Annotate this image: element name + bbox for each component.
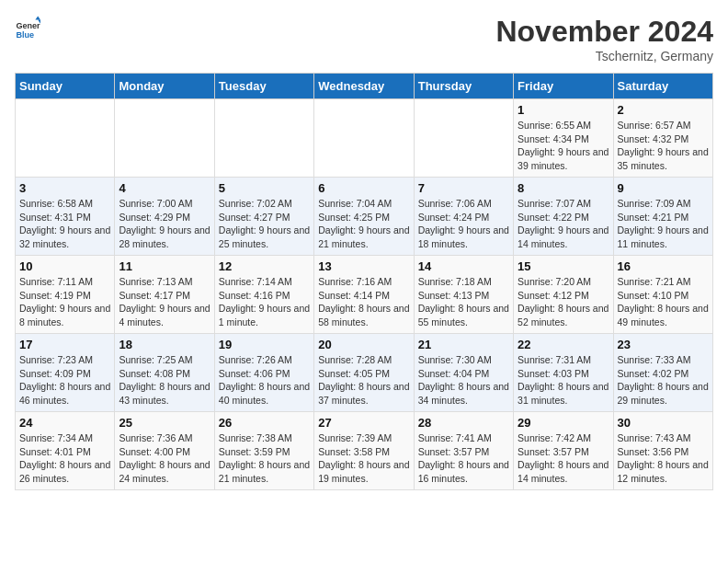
calendar-cell: 18Sunrise: 7:25 AM Sunset: 4:08 PM Dayli… — [115, 334, 214, 412]
calendar-cell: 19Sunrise: 7:26 AM Sunset: 4:06 PM Dayli… — [214, 334, 313, 412]
day-info: Sunrise: 7:28 AM Sunset: 4:05 PM Dayligh… — [318, 353, 409, 408]
day-info: Sunrise: 7:06 AM Sunset: 4:24 PM Dayligh… — [418, 197, 509, 251]
day-number: 14 — [418, 259, 509, 273]
calendar-cell: 13Sunrise: 7:16 AM Sunset: 4:14 PM Dayli… — [314, 256, 414, 334]
month-title: November 2024 — [495, 15, 713, 49]
day-info: Sunrise: 7:18 AM Sunset: 4:13 PM Dayligh… — [418, 275, 509, 329]
calendar-cell — [16, 99, 115, 178]
calendar-cell: 27Sunrise: 7:39 AM Sunset: 3:58 PM Dayli… — [314, 412, 414, 490]
day-number: 15 — [518, 259, 609, 273]
day-number: 10 — [19, 259, 110, 273]
calendar-week-2: 3Sunrise: 6:58 AM Sunset: 4:31 PM Daylig… — [16, 178, 713, 256]
day-info: Sunrise: 6:55 AM Sunset: 4:34 PM Dayligh… — [518, 119, 609, 173]
calendar-cell: 14Sunrise: 7:18 AM Sunset: 4:13 PM Dayli… — [414, 256, 513, 334]
day-info: Sunrise: 6:57 AM Sunset: 4:32 PM Dayligh… — [618, 119, 709, 173]
day-number: 12 — [219, 259, 310, 273]
day-number: 7 — [418, 181, 509, 195]
day-number: 28 — [418, 416, 509, 430]
calendar-cell — [115, 99, 214, 178]
calendar-cell: 30Sunrise: 7:43 AM Sunset: 3:56 PM Dayli… — [613, 412, 712, 490]
calendar-cell: 24Sunrise: 7:34 AM Sunset: 4:01 PM Dayli… — [16, 412, 115, 490]
calendar-cell: 7Sunrise: 7:06 AM Sunset: 4:24 PM Daylig… — [414, 178, 513, 256]
calendar-cell: 28Sunrise: 7:41 AM Sunset: 3:57 PM Dayli… — [414, 412, 513, 490]
day-info: Sunrise: 7:39 AM Sunset: 3:58 PM Dayligh… — [318, 431, 409, 486]
calendar-cell: 10Sunrise: 7:11 AM Sunset: 4:19 PM Dayli… — [16, 256, 115, 334]
logo-icon: General Blue — [15, 15, 40, 40]
day-number: 2 — [618, 103, 709, 117]
day-number: 24 — [19, 416, 110, 430]
day-info: Sunrise: 7:21 AM Sunset: 4:10 PM Dayligh… — [618, 275, 709, 329]
weekday-header-friday: Friday — [514, 74, 613, 99]
calendar-cell: 22Sunrise: 7:31 AM Sunset: 4:03 PM Dayli… — [514, 334, 613, 412]
day-info: Sunrise: 7:30 AM Sunset: 4:04 PM Dayligh… — [418, 353, 509, 408]
day-info: Sunrise: 7:11 AM Sunset: 4:19 PM Dayligh… — [19, 275, 110, 329]
day-number: 23 — [618, 338, 709, 351]
day-info: Sunrise: 7:34 AM Sunset: 4:01 PM Dayligh… — [19, 431, 110, 486]
calendar-cell: 5Sunrise: 7:02 AM Sunset: 4:27 PM Daylig… — [214, 178, 313, 256]
page-header: General Blue November 2024 Tschernitz, G… — [15, 15, 713, 63]
logo: General Blue — [15, 15, 40, 40]
calendar-week-4: 17Sunrise: 7:23 AM Sunset: 4:09 PM Dayli… — [16, 334, 713, 412]
day-info: Sunrise: 7:14 AM Sunset: 4:16 PM Dayligh… — [219, 275, 310, 329]
day-info: Sunrise: 7:33 AM Sunset: 4:02 PM Dayligh… — [618, 353, 709, 408]
day-number: 29 — [518, 416, 609, 430]
calendar-cell — [414, 99, 513, 178]
day-number: 26 — [219, 416, 310, 430]
calendar-cell — [314, 99, 414, 178]
calendar-cell — [214, 99, 313, 178]
calendar-week-1: 1Sunrise: 6:55 AM Sunset: 4:34 PM Daylig… — [16, 99, 713, 178]
day-info: Sunrise: 7:04 AM Sunset: 4:25 PM Dayligh… — [318, 197, 409, 251]
day-number: 5 — [219, 181, 310, 195]
calendar-cell: 4Sunrise: 7:00 AM Sunset: 4:29 PM Daylig… — [115, 178, 214, 256]
day-info: Sunrise: 7:36 AM Sunset: 4:00 PM Dayligh… — [119, 431, 210, 486]
weekday-header-monday: Monday — [115, 74, 214, 99]
calendar-cell: 2Sunrise: 6:57 AM Sunset: 4:32 PM Daylig… — [613, 99, 712, 178]
svg-marker-2 — [35, 16, 40, 19]
day-info: Sunrise: 7:13 AM Sunset: 4:17 PM Dayligh… — [119, 275, 210, 329]
calendar-cell: 12Sunrise: 7:14 AM Sunset: 4:16 PM Dayli… — [214, 256, 313, 334]
day-number: 21 — [418, 338, 509, 351]
day-info: Sunrise: 7:20 AM Sunset: 4:12 PM Dayligh… — [518, 275, 609, 329]
day-info: Sunrise: 7:02 AM Sunset: 4:27 PM Dayligh… — [219, 197, 310, 251]
day-info: Sunrise: 7:42 AM Sunset: 3:57 PM Dayligh… — [518, 431, 609, 486]
location-title: Tschernitz, Germany — [495, 49, 713, 63]
calendar-cell: 3Sunrise: 6:58 AM Sunset: 4:31 PM Daylig… — [16, 178, 115, 256]
calendar-cell: 25Sunrise: 7:36 AM Sunset: 4:00 PM Dayli… — [115, 412, 214, 490]
svg-text:Blue: Blue — [16, 30, 34, 40]
day-number: 22 — [518, 338, 609, 351]
calendar-week-5: 24Sunrise: 7:34 AM Sunset: 4:01 PM Dayli… — [16, 412, 713, 490]
day-number: 20 — [318, 338, 409, 351]
day-number: 25 — [119, 416, 210, 430]
calendar-cell: 21Sunrise: 7:30 AM Sunset: 4:04 PM Dayli… — [414, 334, 513, 412]
weekday-header-sunday: Sunday — [16, 74, 115, 99]
weekday-header-wednesday: Wednesday — [314, 74, 414, 99]
day-number: 8 — [518, 181, 609, 195]
day-number: 16 — [618, 259, 709, 273]
day-number: 3 — [19, 181, 110, 195]
calendar-cell: 23Sunrise: 7:33 AM Sunset: 4:02 PM Dayli… — [613, 334, 712, 412]
calendar-body: 1Sunrise: 6:55 AM Sunset: 4:34 PM Daylig… — [16, 99, 713, 490]
day-info: Sunrise: 7:43 AM Sunset: 3:56 PM Dayligh… — [618, 431, 709, 486]
calendar-cell: 17Sunrise: 7:23 AM Sunset: 4:09 PM Dayli… — [16, 334, 115, 412]
day-info: Sunrise: 7:26 AM Sunset: 4:06 PM Dayligh… — [219, 353, 310, 408]
day-info: Sunrise: 7:23 AM Sunset: 4:09 PM Dayligh… — [19, 353, 110, 408]
day-number: 30 — [618, 416, 709, 430]
calendar-cell: 26Sunrise: 7:38 AM Sunset: 3:59 PM Dayli… — [214, 412, 313, 490]
calendar-cell: 8Sunrise: 7:07 AM Sunset: 4:22 PM Daylig… — [514, 178, 613, 256]
calendar-week-3: 10Sunrise: 7:11 AM Sunset: 4:19 PM Dayli… — [16, 256, 713, 334]
day-info: Sunrise: 7:25 AM Sunset: 4:08 PM Dayligh… — [119, 353, 210, 408]
day-number: 4 — [119, 181, 210, 195]
title-area: November 2024 Tschernitz, Germany — [495, 15, 713, 63]
day-info: Sunrise: 7:09 AM Sunset: 4:21 PM Dayligh… — [618, 197, 709, 251]
day-info: Sunrise: 7:31 AM Sunset: 4:03 PM Dayligh… — [518, 353, 609, 408]
day-number: 19 — [219, 338, 310, 351]
weekday-header-saturday: Saturday — [613, 74, 712, 99]
calendar-cell: 29Sunrise: 7:42 AM Sunset: 3:57 PM Dayli… — [514, 412, 613, 490]
weekday-header-thursday: Thursday — [414, 74, 513, 99]
calendar-cell: 11Sunrise: 7:13 AM Sunset: 4:17 PM Dayli… — [115, 256, 214, 334]
day-info: Sunrise: 7:16 AM Sunset: 4:14 PM Dayligh… — [318, 275, 409, 329]
day-number: 27 — [318, 416, 409, 430]
day-info: Sunrise: 6:58 AM Sunset: 4:31 PM Dayligh… — [19, 197, 110, 251]
calendar-table: SundayMondayTuesdayWednesdayThursdayFrid… — [15, 73, 713, 490]
day-number: 17 — [19, 338, 110, 351]
